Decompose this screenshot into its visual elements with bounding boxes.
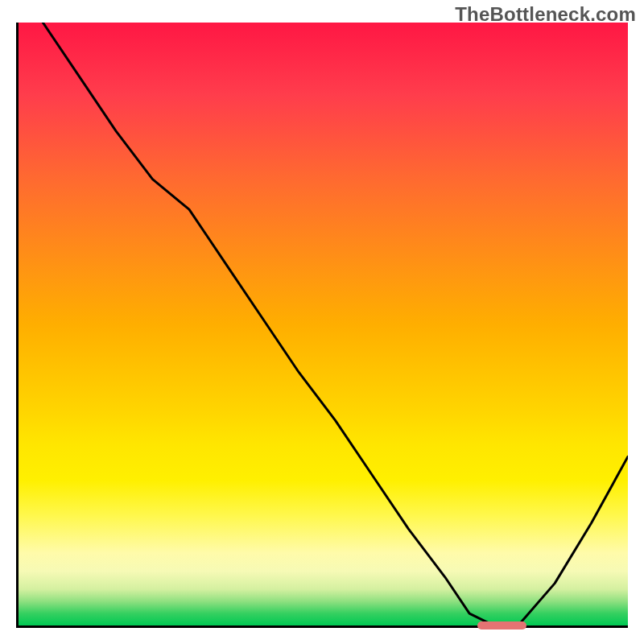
plot-area [16,23,628,628]
bottleneck-curve [43,23,628,625]
optimal-zone-marker [477,621,526,630]
bottleneck-chart: TheBottleneck.com [0,0,644,644]
curve-svg [19,23,628,625]
